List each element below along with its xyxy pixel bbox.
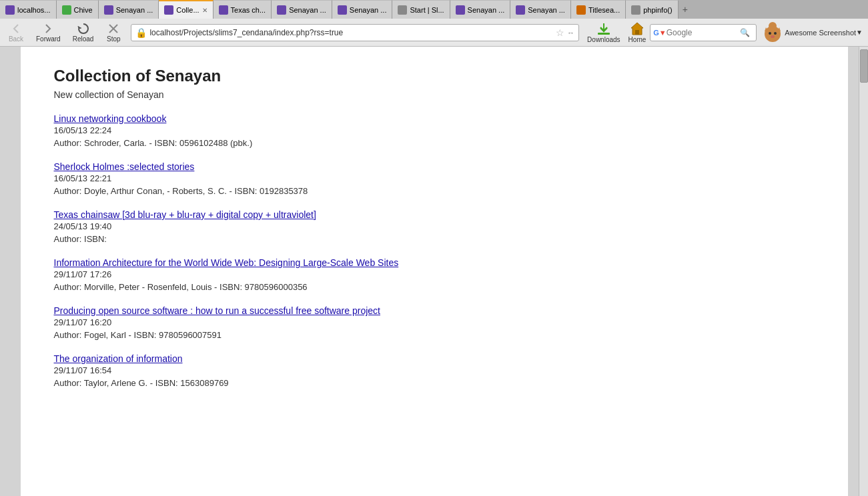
tab-tab-start[interactable]: Start | Sl...: [392, 0, 450, 19]
home-button[interactable]: Home: [626, 20, 649, 45]
book-author: Author: Schroder, Carla. - ISBN: 0596102…: [54, 138, 815, 148]
star-icon: ☆: [556, 27, 564, 38]
tab-favicon: [62, 5, 71, 15]
awesome-screenshot-button[interactable]: Awesome Screenshot ▼: [758, 21, 865, 45]
downloads-button[interactable]: Downloads: [583, 20, 624, 45]
tab-label: localhos...: [17, 6, 51, 14]
tab-tab-localhost[interactable]: localhos...: [0, 0, 57, 19]
tab-favicon: [338, 5, 347, 15]
address-bar[interactable]: 🔒 ☆ ↔: [131, 24, 579, 41]
book-title-link[interactable]: Sherlock Holmes :selected stories: [54, 161, 815, 172]
book-title-link[interactable]: Producing open source software : how to …: [54, 305, 815, 316]
tab-tab-senayan2[interactable]: Senayan ...: [272, 0, 332, 19]
book-title-link[interactable]: Texas chainsaw [3d blu-ray + blu-ray + d…: [54, 209, 815, 220]
tab-favicon: [5, 5, 15, 15]
google-g-icon: G: [653, 29, 659, 37]
tab-label: Chive: [74, 6, 93, 14]
tab-tab-texas[interactable]: Texas ch...: [213, 0, 272, 19]
stop-button[interactable]: Stop: [100, 21, 127, 44]
tab-favicon: [631, 5, 640, 15]
book-author: Author: Taylor, Arlene G. - ISBN: 156308…: [54, 378, 815, 388]
downloads-label: Downloads: [587, 36, 620, 43]
tab-bar: localhos...ChiveSenayan ...Colle...✕Texa…: [0, 0, 868, 19]
books-list: Linux networking cookbook16/05/13 22:24A…: [54, 113, 815, 388]
book-author: Author: Morville, Peter - Rosenfeld, Lou…: [54, 282, 815, 292]
address-input[interactable]: [149, 28, 556, 37]
page-content: Collection of Senayan New collection of …: [21, 47, 848, 496]
tab-label: Texas ch...: [231, 6, 266, 14]
awesome-screenshot-icon: [761, 21, 785, 45]
book-date: 16/05/13 22:21: [54, 173, 815, 183]
tab-label: Senayan ...: [289, 6, 326, 14]
book-entry: Texas chainsaw [3d blu-ray + blu-ray + d…: [54, 209, 815, 244]
forward-label: Forward: [36, 35, 61, 43]
book-author: Author: Doyle, Arthur Conan, - Roberts, …: [54, 186, 815, 196]
search-magnifier-icon[interactable]: 🔍: [740, 28, 750, 37]
forward-button[interactable]: Forward: [31, 21, 66, 44]
address-extra: ↔: [567, 29, 574, 37]
svg-rect-2: [598, 33, 610, 35]
page-title: Collection of Senayan: [54, 67, 815, 85]
tab-label: Senayan ...: [116, 6, 153, 14]
search-bar[interactable]: G ▼ 🔍: [650, 24, 757, 41]
tab-tab-chive[interactable]: Chive: [57, 0, 99, 19]
book-entry: Producing open source software : how to …: [54, 305, 815, 340]
nav-bar: Back Forward Reload Stop 🔒 ☆ ↔ Downloads…: [0, 19, 868, 47]
book-author: Author: ISBN:: [54, 234, 815, 244]
tab-label: Senayan ...: [350, 6, 387, 14]
book-date: 16/05/13 22:24: [54, 125, 815, 135]
tab-favicon: [456, 5, 465, 15]
book-title-link[interactable]: Information Architecture for the World W…: [54, 257, 815, 268]
tab-tab-collection[interactable]: Colle...✕: [159, 0, 213, 19]
tab-favicon: [164, 5, 173, 15]
book-entry: Information Architecture for the World W…: [54, 257, 815, 292]
scrollbar-thumb[interactable]: [860, 49, 868, 83]
tab-label: Colle...: [176, 6, 199, 14]
awesome-screenshot-label: Awesome Screenshot: [785, 29, 856, 37]
new-tab-button[interactable]: +: [679, 0, 692, 19]
awesome-screenshot-dropdown-icon[interactable]: ▼: [856, 29, 863, 36]
book-author: Author: Fogel, Karl - ISBN: 978059600759…: [54, 330, 815, 340]
book-entry: Sherlock Holmes :selected stories16/05/1…: [54, 161, 815, 196]
tab-tab-senayan5[interactable]: Senayan ...: [510, 0, 571, 19]
tab-favicon: [398, 5, 407, 15]
stop-label: Stop: [107, 35, 121, 43]
google-icon: ▼: [659, 29, 667, 37]
svg-point-10: [769, 32, 771, 35]
tab-label: phpinfo(): [643, 6, 672, 14]
home-label: Home: [628, 36, 646, 43]
tab-label: Senayan ...: [528, 6, 565, 14]
lock-icon: 🔒: [135, 27, 147, 38]
back-button[interactable]: Back: [3, 21, 29, 44]
book-title-link[interactable]: The organization of information: [54, 353, 815, 364]
book-date: 24/05/13 19:40: [54, 221, 815, 231]
tab-tab-titlesea[interactable]: Titlesea...: [571, 0, 626, 19]
tab-tab-senayan4[interactable]: Senayan ...: [450, 0, 511, 19]
book-date: 29/11/07 16:20: [54, 317, 815, 327]
book-date: 29/11/07 17:26: [54, 269, 815, 279]
tab-favicon: [576, 5, 586, 15]
back-label: Back: [9, 35, 23, 43]
tab-label: Start | Sl...: [410, 6, 444, 14]
search-input[interactable]: [667, 28, 740, 37]
book-entry: Linux networking cookbook16/05/13 22:24A…: [54, 113, 815, 148]
svg-point-11: [774, 32, 777, 35]
tab-tab-senayan3[interactable]: Senayan ...: [332, 0, 393, 19]
tab-tab-phpinfo[interactable]: phpinfo(): [626, 0, 678, 19]
scrollbar[interactable]: [859, 47, 868, 496]
tab-tab-senayan1[interactable]: Senayan ...: [99, 0, 159, 19]
tab-label: Senayan ...: [468, 6, 505, 14]
tab-favicon: [277, 5, 286, 15]
svg-rect-6: [635, 30, 639, 35]
svg-point-13: [769, 22, 777, 30]
tab-favicon: [104, 5, 113, 15]
book-entry: The organization of information29/11/07 …: [54, 353, 815, 388]
reload-label: Reload: [73, 35, 94, 43]
reload-button[interactable]: Reload: [67, 21, 99, 44]
book-date: 29/11/07 16:54: [54, 365, 815, 375]
tab-label: Titlesea...: [588, 6, 620, 14]
tab-close-button[interactable]: ✕: [202, 7, 207, 14]
svg-point-12: [771, 35, 775, 38]
book-title-link[interactable]: Linux networking cookbook: [54, 113, 815, 124]
tab-favicon: [219, 5, 228, 15]
